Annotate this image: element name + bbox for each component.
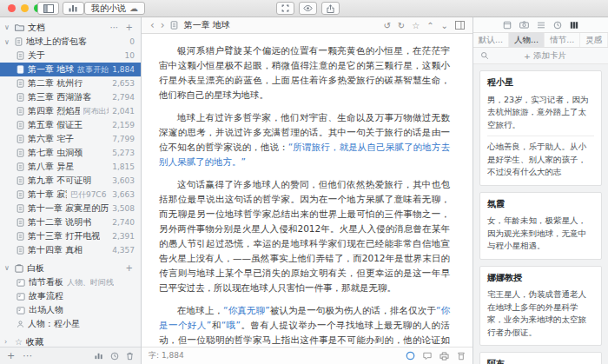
card-title: 程小星 — [487, 76, 594, 89]
split-view-icon[interactable] — [455, 21, 465, 30]
add-document-icon[interactable]: + — [124, 23, 135, 32]
whiteboard-item[interactable]: 情节看板人物、时间线 — [0, 275, 141, 289]
doc-tree-item[interactable]: 第十二章 说明书2,740 — [0, 215, 141, 229]
doc-title: 第二章 杭州行 — [28, 77, 83, 89]
panel-tab-default[interactable]: 默认... — [473, 33, 509, 47]
add-card-button[interactable]: + 添加卡片 — [524, 50, 566, 62]
bar-chart-icon — [69, 4, 78, 12]
doc-title: 第十二章 说明书 — [28, 216, 91, 228]
doc-tree-item[interactable]: 第七章 虫洞颈5,273 — [0, 146, 141, 160]
doc-tree-item[interactable]: 第十四章 真相4,357 — [0, 243, 141, 257]
character-card[interactable]: 程小星男，23岁，实习记者，因为去杭州旅游，意外踏上了太空旅行。心地善良，乐于助… — [479, 70, 602, 186]
doc-tree-item[interactable]: 关于10 — [0, 49, 141, 63]
doc-tree-item[interactable]: 第二章 杭州行2,653 — [0, 76, 141, 90]
comment-bubble-icon[interactable] — [423, 352, 432, 361]
document-icon — [17, 162, 24, 171]
whiteboard-item[interactable]: 出场人物 — [0, 303, 141, 317]
doc-title: 第十一章 寂寞星的历史 — [28, 202, 109, 215]
favorites-section-header[interactable]: › ☆ 收藏 — [0, 334, 141, 347]
close-window-button[interactable] — [8, 4, 16, 12]
clock-icon[interactable] — [553, 21, 562, 30]
star-icon[interactable]: ☆ — [412, 21, 420, 30]
doc-tree-item[interactable]: 第三章 西湖游客2,794 — [0, 90, 141, 104]
more-icon[interactable]: ⋯ — [109, 23, 121, 32]
back-icon[interactable]: ‹ — [149, 20, 155, 30]
trash-icon[interactable] — [126, 352, 134, 361]
doc-tree-item[interactable]: 第一章 地球故事开始1,884 — [0, 63, 141, 76]
editor-content[interactable]: 银河系猎户臂旋某个偏远的位置有一颗亮黄色的小恒星，在茫茫宇宙中这颗小恒星极不起眼… — [142, 34, 473, 347]
whiteboard-item[interactable]: 故事流程 — [0, 289, 141, 303]
add-whiteboard-icon[interactable]: + — [124, 263, 135, 273]
document-icon — [17, 107, 24, 116]
redo-icon[interactable]: ↻ — [398, 21, 405, 30]
panel-tab-plot[interactable]: 情节... — [545, 33, 580, 47]
whiteboard-section-header[interactable]: ∨ 白板 + — [0, 261, 141, 275]
doc-tree-item[interactable]: 第十一章 寂寞星的历史3,508 — [0, 202, 141, 215]
doc-subtitle: 阿布出场 — [83, 106, 109, 117]
card-text: 男，23岁，实习记者，因为去杭州旅游，意外踏上了太空旅行。 — [487, 94, 594, 132]
panel-tab-characters[interactable]: 人物... — [509, 33, 545, 47]
paragraph-text: 银河系猎户臂旋某个偏远的位置有一颗亮黄色的小恒星，在茫茫宇宙中这颗小恒星极不起眼… — [159, 45, 450, 100]
collapse-up-icon[interactable]: ⌃ — [426, 21, 433, 30]
forward-icon[interactable]: › — [160, 20, 166, 30]
note-card-icon[interactable] — [503, 21, 512, 30]
list-icon[interactable] — [537, 22, 545, 29]
cloud-sync-icon: ☁ — [129, 4, 138, 13]
minimize-window-button[interactable] — [21, 4, 29, 12]
whiteboard-item[interactable]: 人物：程小星 — [0, 317, 141, 331]
novel-title-button[interactable]: 我的小说 ☁ — [84, 2, 145, 15]
print-icon[interactable] — [439, 352, 449, 361]
panel-tab-inspiration[interactable]: 灵感 — [580, 33, 608, 47]
documents-section-header[interactable]: ∨ 文档 ⋯ + — [0, 20, 141, 35]
sidebar-scroll-area[interactable]: ∨ 文档 ⋯ + ∨地球上的背包客0关于10第一章 地球故事开始1,884第二章… — [0, 17, 141, 347]
doc-tree-item[interactable]: 第五章 假证王2,159 — [0, 118, 141, 132]
app-window: 我的小说 ☁ ∨ 文档 ⋯ — [0, 0, 608, 364]
document-icon — [17, 246, 24, 255]
document-icon — [17, 65, 24, 74]
expand-down-icon[interactable]: ⌄ — [441, 21, 448, 30]
columns-view-icon[interactable] — [570, 21, 578, 30]
character-card[interactable]: 氛霞女，年龄未知，极紫星人，因为观光来到地球，无意中与程小星相遇。 — [479, 192, 602, 260]
whiteboard-section-label: 白板 — [27, 262, 44, 275]
doc-tree-item[interactable]: 第十章 寂寞星巴什97C6 出场3,663 — [0, 188, 141, 202]
toggle-sidebar-button[interactable] — [37, 2, 59, 15]
archive-icon[interactable] — [457, 352, 466, 361]
doc-tree-item[interactable]: ∨地球上的背包客0 — [0, 35, 141, 49]
export-button[interactable] — [321, 2, 340, 15]
character-card[interactable]: 阿布最后一个烈焰星人，因为孤独而性情忧郁，觉得一切都没有意义。 — [479, 352, 602, 364]
preview-button[interactable] — [299, 2, 317, 15]
document-icon — [17, 51, 24, 60]
card-text: 心地善良，乐于助人。从小是好学生、别人家的孩子，不过没有什么大的志 — [487, 141, 594, 179]
document-icon — [17, 232, 24, 241]
doc-tree-item[interactable]: 第九章 不可证明3,603 — [0, 174, 141, 188]
document-icon — [17, 149, 24, 157]
focus-ring-icon[interactable] — [406, 351, 415, 361]
statistics-button[interactable] — [63, 2, 84, 15]
doc-tree-item[interactable]: 第十三章 打开电视2,391 — [0, 229, 141, 243]
doc-tree-item[interactable]: 第六章 宅子7,799 — [0, 132, 141, 146]
whiteboard-list: 情节看板人物、时间线故事流程出场人物人物：程小星 — [0, 275, 141, 331]
document-icon — [17, 190, 24, 199]
card-divider — [487, 136, 594, 136]
editor-statusbar: 字: 1,884 — [142, 347, 473, 364]
documents-section-label: 文档 — [28, 22, 45, 34]
undo-icon[interactable]: ↺ — [383, 21, 390, 30]
character-cards-list: 程小星男，23岁，实习记者，因为去杭州旅游，意外踏上了太空旅行。心地善良，乐于助… — [473, 64, 608, 364]
doc-tree-item[interactable]: 第八章 异星1,815 — [0, 160, 141, 174]
chevron-right-icon: › — [4, 338, 11, 346]
history-clock-icon[interactable] — [110, 352, 119, 361]
fullscreen-button[interactable] — [276, 2, 294, 15]
add-icon[interactable]: + — [7, 350, 15, 361]
card-text: 女，年龄未知，极紫星人，因为观光来到地球，无意中与程小星相遇。 — [487, 215, 594, 253]
expand-icon — [281, 4, 289, 12]
doc-tree-item[interactable]: 第四章 烈焰星人阿布出场2,041 — [0, 104, 141, 118]
doc-word-count: 2,041 — [112, 107, 135, 116]
search-icon[interactable] — [480, 51, 489, 60]
more-icon[interactable]: ⋯ — [23, 350, 32, 361]
stats-icon[interactable] — [95, 352, 103, 360]
character-card[interactable]: 娜娜教授宅王星人，伪装成普通老人在地球上多年的外星科学家，业余为来地球的太空旅行… — [479, 266, 602, 347]
card-title: 氛霞 — [487, 198, 594, 211]
doc-word-count: 2,653 — [112, 79, 135, 88]
paragraph-text: 在地球上， — [177, 305, 223, 315]
camera-icon[interactable] — [519, 21, 529, 29]
